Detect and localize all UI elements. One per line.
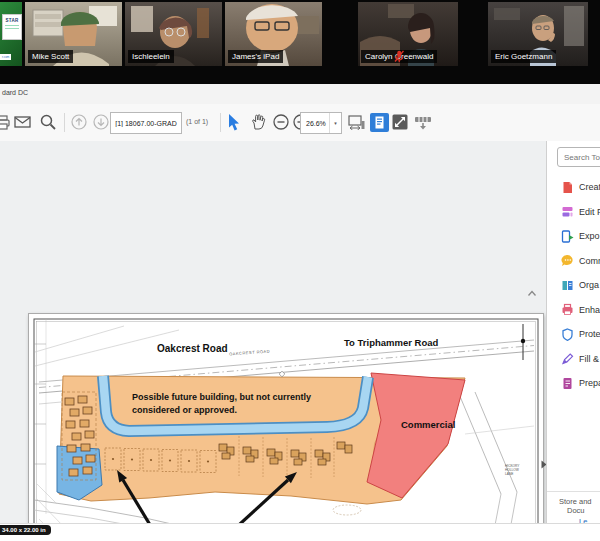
logo-url-text: r.com	[0, 54, 11, 60]
tool-create-pdf[interactable]: Creat	[561, 177, 600, 197]
zoom-level-select[interactable]: 26.6% ▾	[300, 112, 342, 134]
search-tools-input[interactable]	[557, 147, 600, 167]
prepare-form-icon	[561, 377, 574, 390]
zoom-level-value: 26.6%	[301, 120, 329, 127]
video-tile-carolyn-greenwald[interactable]: Carolyn Greenwald	[358, 2, 458, 66]
participant-name: Carolyn Greenwald	[361, 50, 437, 63]
export-pdf-icon	[561, 230, 574, 243]
tool-comment[interactable]: Comm	[561, 251, 600, 271]
tool-edit-pdf[interactable]: Edit P	[561, 202, 600, 222]
organize-pages-icon	[561, 279, 574, 292]
participant-name: Ischleelein	[128, 50, 174, 63]
search-button[interactable]	[38, 104, 58, 140]
video-tile-james-ipad[interactable]: James's iPad	[225, 2, 322, 66]
fit-page-button-active[interactable]	[368, 104, 390, 140]
enhance-scans-icon	[561, 303, 574, 316]
sidebar-divider	[547, 491, 600, 492]
tool-enhance-scans[interactable]: Enha	[561, 300, 600, 320]
page-size-badge: 34.00 x 22.00 in	[0, 525, 51, 535]
window-bottom-strip	[0, 523, 600, 541]
reading-mode-button[interactable]	[412, 104, 434, 140]
sidebar-footer-text-1: Store and	[559, 497, 592, 506]
tool-prepare-form[interactable]: Prepa	[561, 373, 600, 393]
edit-pdf-icon	[561, 205, 574, 218]
next-page-button[interactable]	[92, 104, 110, 140]
select-tool-button[interactable]	[226, 104, 244, 140]
page-number-input[interactable]	[110, 112, 182, 134]
zoom-out-button[interactable]	[272, 104, 290, 140]
comment-icon	[561, 254, 574, 267]
participant-name: James's iPad	[228, 50, 283, 63]
site-plan-drawing	[29, 314, 543, 541]
fullscreen-button[interactable]	[390, 104, 410, 140]
video-tile-eric-goetzmann[interactable]: Eric Goetzmann	[488, 2, 588, 66]
print-button[interactable]	[0, 104, 11, 140]
document-pane: Oakcrest Road OAKCREST ROAD To Triphamme…	[0, 141, 546, 523]
page-count-label: (1 of 1)	[186, 118, 208, 125]
tools-sidebar: Creat Edit P Expo Comm Orga Enha Prote	[546, 141, 600, 523]
hand-tool-button[interactable]	[248, 104, 268, 140]
chevron-down-icon: ▾	[329, 113, 341, 133]
participant-name: Mike Scott	[28, 50, 73, 63]
tool-protect[interactable]: Prote	[561, 324, 600, 344]
sidebar-footer-text-2: Docu	[567, 506, 585, 515]
muted-mic-icon	[361, 50, 437, 63]
previous-page-button[interactable]	[70, 104, 88, 140]
tool-export-pdf[interactable]: Expo	[561, 226, 600, 246]
video-tile-ischleelein[interactable]: Ischleelein	[125, 2, 222, 66]
acrobat-titlebar: dard DC	[0, 84, 600, 105]
future-building-note: Possible future building, but not curren…	[132, 391, 311, 416]
side-roads	[459, 392, 534, 541]
commercial-label: Commercial	[401, 419, 455, 430]
oakcrest-road-label: Oakcrest Road	[157, 343, 228, 354]
scroll-up-icon[interactable]	[527, 283, 537, 301]
screen: STAR r.com Mike Scott	[0, 0, 600, 541]
window-title-fragment: dard DC	[2, 89, 28, 96]
protect-shield-icon	[561, 328, 574, 341]
pdf-page[interactable]: Oakcrest Road OAKCREST ROAD To Triphamme…	[28, 313, 544, 541]
participant-name: Eric Goetzmann	[491, 50, 556, 63]
logo-text: STAR	[3, 18, 21, 23]
fit-width-button[interactable]	[346, 104, 366, 140]
create-pdf-icon	[561, 181, 574, 194]
triphammer-road-label: To Triphammer Road	[344, 337, 438, 348]
tool-organize-pages[interactable]: Orga	[561, 275, 600, 295]
zoom-video-strip: STAR r.com Mike Scott	[0, 0, 600, 84]
tool-fill-sign[interactable]: Fill &	[561, 349, 600, 369]
commercial-parcel	[367, 373, 465, 498]
logo-card: STAR	[2, 14, 22, 40]
survey-monument	[521, 324, 525, 360]
fill-sign-pen-icon	[561, 352, 574, 365]
hickory-hollow-lane-label: HICKORYHOLLOWLANE	[505, 464, 519, 477]
email-button[interactable]	[12, 104, 32, 140]
video-tile-mike-scott[interactable]: Mike Scott	[25, 2, 122, 66]
video-tile-logo[interactable]: STAR r.com	[0, 2, 22, 66]
acrobat-toolbar: (1 of 1) 26.6% ▾	[0, 104, 600, 142]
